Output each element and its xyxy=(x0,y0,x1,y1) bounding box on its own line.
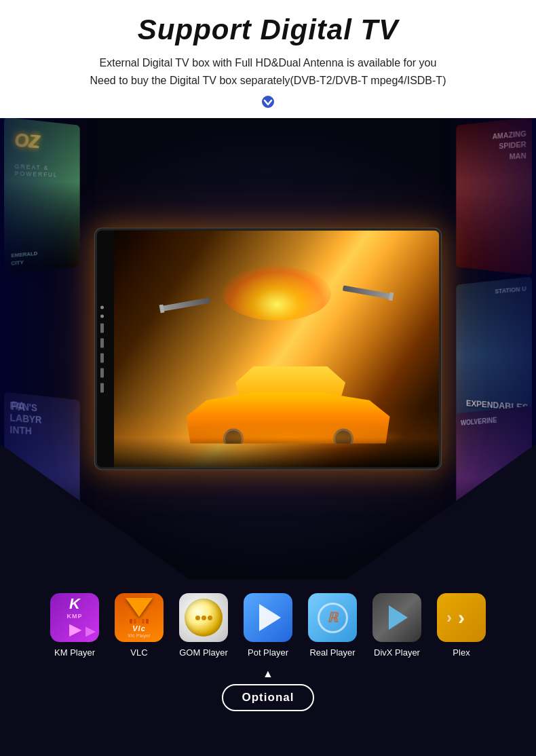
vlc-stripes xyxy=(130,619,149,624)
app-item-plex: › › Plex xyxy=(433,593,491,658)
divx-icon[interactable] xyxy=(372,593,421,642)
kmp-text: KMP xyxy=(67,613,83,620)
ctrl-nav xyxy=(100,383,104,392)
app-item-real: ℝ Real Player xyxy=(304,593,362,658)
page-title: Support Digital TV xyxy=(27,14,509,46)
app-item-vlc: VIc Vlc Player VLC xyxy=(111,593,168,658)
gom-label: GOM Player xyxy=(179,647,228,658)
ctrl-vol xyxy=(100,368,104,377)
gom-dots xyxy=(195,616,212,620)
page-wrapper: Support Digital TV External Digital TV b… xyxy=(0,0,536,725)
plex-label: Plex xyxy=(453,647,470,658)
ground-reflection xyxy=(114,408,439,467)
left-panel-1: OZ GREAT &POWERFUL EMERALDCITY xyxy=(4,118,80,276)
real-circle: ℝ xyxy=(318,603,348,633)
vlc-text: VIc xyxy=(132,624,146,632)
vlc-cone xyxy=(126,598,153,617)
kmp-k-letter: K xyxy=(69,597,80,611)
vlc-label: VLC xyxy=(130,647,147,658)
kmp-icon[interactable]: K KMP ▶ xyxy=(50,593,99,642)
screen-content xyxy=(114,231,439,468)
gun-left xyxy=(163,297,210,311)
device-side-controls xyxy=(100,305,104,392)
real-label: Real Player xyxy=(309,647,355,658)
gom-icon[interactable] xyxy=(179,593,228,642)
real-r: ℝ xyxy=(327,609,338,626)
pot-icon[interactable] xyxy=(244,593,292,642)
vlc-player-text: Vlc Player xyxy=(128,633,150,638)
pot-play-triangle xyxy=(259,604,281,631)
optional-arrow-icon: ▲ xyxy=(263,668,273,680)
optional-badge: Optional xyxy=(222,684,315,711)
svg-point-0 xyxy=(263,96,273,107)
divx-label: DivX Player xyxy=(374,647,420,658)
ctrl-mic xyxy=(100,305,104,309)
optional-section: ▲ Optional xyxy=(0,664,536,725)
ctrl-home xyxy=(100,338,104,347)
chevron-down-icon xyxy=(27,96,509,108)
vlc-icon[interactable]: VIc Vlc Player xyxy=(115,593,164,642)
real-icon[interactable]: ℝ xyxy=(308,593,357,642)
app-item-pot: Pot Player xyxy=(240,593,297,658)
pot-label: Pot Player xyxy=(248,647,288,658)
kmp-play: ▶ xyxy=(85,624,95,639)
app-item-divx: DivX Player xyxy=(368,593,426,658)
plex-logo: › › xyxy=(437,593,486,642)
plex-icon[interactable]: › › xyxy=(437,593,486,642)
header-section: Support Digital TV External Digital TV b… xyxy=(0,0,536,118)
gun-right xyxy=(343,286,390,299)
subtitle: External Digital TV box with Full HD&Dua… xyxy=(27,54,509,89)
apps-section: K KMP ▶ KM Player VIc Vlc Player xyxy=(0,580,536,664)
kmp-label: KM Player xyxy=(54,647,95,658)
center-device xyxy=(95,229,441,470)
app-item-gom: GOM Player xyxy=(175,593,233,658)
fire-effect xyxy=(223,266,331,320)
app-item-kmp: K KMP ▶ KM Player xyxy=(46,593,104,658)
ctrl-back xyxy=(100,353,104,362)
right-panel-1: AMAZINGSPIDERMAN xyxy=(456,118,532,276)
device-frame xyxy=(95,229,441,470)
ctrl-rst xyxy=(100,314,104,318)
gom-ball xyxy=(185,599,223,637)
visual-section: OZ GREAT &POWERFUL EMERALDCITY PAN'SLABY… xyxy=(0,118,536,580)
ctrl-power xyxy=(100,323,104,333)
divx-play-triangle xyxy=(389,605,408,630)
